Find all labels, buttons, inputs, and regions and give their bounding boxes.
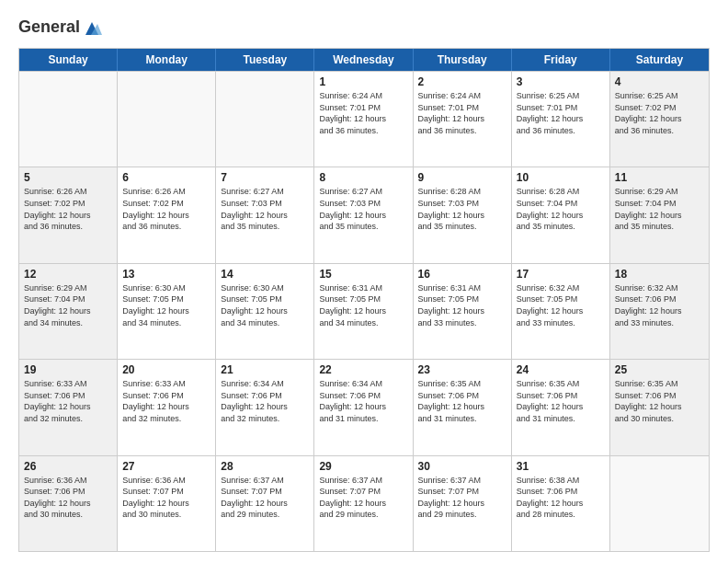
day-info: Sunrise: 6:29 AM Sunset: 7:04 PM Dayligh… (24, 282, 112, 328)
day-info: Sunrise: 6:35 AM Sunset: 7:06 PM Dayligh… (517, 378, 605, 424)
day-number: 18 (615, 268, 704, 281)
day-number: 1 (319, 75, 407, 88)
calendar-cell (19, 72, 118, 167)
calendar-cell: 5Sunrise: 6:26 AM Sunset: 7:02 PM Daylig… (19, 167, 118, 262)
calendar-cell (610, 456, 709, 551)
calendar-cell: 25Sunrise: 6:35 AM Sunset: 7:06 PM Dayli… (610, 360, 709, 454)
day-number: 13 (122, 268, 210, 281)
day-number: 9 (418, 171, 506, 184)
weekday-header: Tuesday (216, 49, 314, 71)
calendar-cell: 27Sunrise: 6:36 AM Sunset: 7:07 PM Dayli… (118, 456, 216, 551)
day-number: 5 (24, 171, 112, 184)
day-info: Sunrise: 6:31 AM Sunset: 7:05 PM Dayligh… (418, 282, 506, 328)
day-info: Sunrise: 6:34 AM Sunset: 7:06 PM Dayligh… (221, 378, 309, 424)
logo-general: General (18, 18, 80, 37)
calendar-cell: 12Sunrise: 6:29 AM Sunset: 7:04 PM Dayli… (19, 264, 118, 359)
day-info: Sunrise: 6:24 AM Sunset: 7:01 PM Dayligh… (418, 90, 506, 136)
day-number: 12 (24, 268, 112, 281)
day-info: Sunrise: 6:34 AM Sunset: 7:06 PM Dayligh… (319, 378, 407, 424)
day-number: 31 (517, 460, 605, 473)
day-info: Sunrise: 6:30 AM Sunset: 7:05 PM Dayligh… (221, 282, 309, 328)
logo-icon (82, 18, 102, 39)
day-info: Sunrise: 6:37 AM Sunset: 7:07 PM Dayligh… (221, 475, 309, 521)
calendar-cell: 24Sunrise: 6:35 AM Sunset: 7:06 PM Dayli… (512, 360, 610, 454)
day-number: 20 (122, 363, 210, 376)
calendar-cell: 14Sunrise: 6:30 AM Sunset: 7:05 PM Dayli… (216, 264, 314, 359)
calendar-cell (118, 72, 216, 167)
day-number: 2 (418, 75, 506, 88)
day-info: Sunrise: 6:32 AM Sunset: 7:06 PM Dayligh… (615, 282, 704, 328)
calendar-cell: 19Sunrise: 6:33 AM Sunset: 7:06 PM Dayli… (19, 360, 118, 454)
day-number: 29 (319, 460, 407, 473)
calendar-week: 5Sunrise: 6:26 AM Sunset: 7:02 PM Daylig… (19, 167, 709, 262)
calendar-week: 26Sunrise: 6:36 AM Sunset: 7:06 PM Dayli… (19, 455, 709, 551)
day-info: Sunrise: 6:27 AM Sunset: 7:03 PM Dayligh… (221, 186, 309, 232)
day-info: Sunrise: 6:33 AM Sunset: 7:06 PM Dayligh… (122, 378, 210, 424)
calendar-cell: 21Sunrise: 6:34 AM Sunset: 7:06 PM Dayli… (216, 360, 314, 454)
calendar-cell: 29Sunrise: 6:37 AM Sunset: 7:07 PM Dayli… (314, 456, 413, 551)
day-info: Sunrise: 6:35 AM Sunset: 7:06 PM Dayligh… (418, 378, 506, 424)
calendar-cell: 28Sunrise: 6:37 AM Sunset: 7:07 PM Dayli… (216, 456, 314, 551)
day-info: Sunrise: 6:37 AM Sunset: 7:07 PM Dayligh… (418, 475, 506, 521)
calendar-cell: 17Sunrise: 6:32 AM Sunset: 7:05 PM Dayli… (512, 264, 610, 359)
day-number: 6 (122, 171, 210, 184)
calendar-header: SundayMondayTuesdayWednesdayThursdayFrid… (19, 49, 709, 71)
calendar-cell: 22Sunrise: 6:34 AM Sunset: 7:06 PM Dayli… (314, 360, 413, 454)
calendar-cell: 6Sunrise: 6:26 AM Sunset: 7:02 PM Daylig… (118, 167, 216, 262)
logo-text: General (18, 18, 80, 37)
day-number: 28 (221, 460, 309, 473)
day-info: Sunrise: 6:28 AM Sunset: 7:03 PM Dayligh… (418, 186, 506, 232)
logo: General (18, 17, 102, 39)
calendar-body: 1Sunrise: 6:24 AM Sunset: 7:01 PM Daylig… (19, 71, 709, 551)
calendar-cell (216, 72, 314, 167)
calendar-cell: 18Sunrise: 6:32 AM Sunset: 7:06 PM Dayli… (610, 264, 709, 359)
calendar-cell: 31Sunrise: 6:38 AM Sunset: 7:06 PM Dayli… (512, 456, 610, 551)
weekday-header: Friday (512, 49, 610, 71)
day-info: Sunrise: 6:29 AM Sunset: 7:04 PM Dayligh… (615, 186, 704, 232)
header: General (18, 17, 710, 39)
calendar-week: 19Sunrise: 6:33 AM Sunset: 7:06 PM Dayli… (19, 359, 709, 454)
day-number: 10 (517, 171, 605, 184)
day-number: 17 (517, 268, 605, 281)
calendar-cell: 1Sunrise: 6:24 AM Sunset: 7:01 PM Daylig… (314, 72, 413, 167)
calendar-cell: 10Sunrise: 6:28 AM Sunset: 7:04 PM Dayli… (512, 167, 610, 262)
calendar-cell: 26Sunrise: 6:36 AM Sunset: 7:06 PM Dayli… (19, 456, 118, 551)
day-info: Sunrise: 6:33 AM Sunset: 7:06 PM Dayligh… (24, 378, 112, 424)
calendar-cell: 7Sunrise: 6:27 AM Sunset: 7:03 PM Daylig… (216, 167, 314, 262)
day-info: Sunrise: 6:27 AM Sunset: 7:03 PM Dayligh… (319, 186, 407, 232)
calendar-cell: 30Sunrise: 6:37 AM Sunset: 7:07 PM Dayli… (414, 456, 512, 551)
day-number: 11 (615, 171, 704, 184)
calendar-cell: 15Sunrise: 6:31 AM Sunset: 7:05 PM Dayli… (314, 264, 413, 359)
weekday-header: Thursday (414, 49, 512, 71)
weekday-header: Saturday (610, 49, 709, 71)
day-number: 24 (517, 363, 605, 376)
day-info: Sunrise: 6:36 AM Sunset: 7:07 PM Dayligh… (122, 475, 210, 521)
day-number: 21 (221, 363, 309, 376)
day-number: 19 (24, 363, 112, 376)
page: General SundayMondayTuesdayWednesdayThur… (0, 0, 728, 563)
day-info: Sunrise: 6:38 AM Sunset: 7:06 PM Dayligh… (517, 475, 605, 521)
day-number: 23 (418, 363, 506, 376)
day-number: 25 (615, 363, 704, 376)
day-info: Sunrise: 6:32 AM Sunset: 7:05 PM Dayligh… (517, 282, 605, 328)
calendar-cell: 20Sunrise: 6:33 AM Sunset: 7:06 PM Dayli… (118, 360, 216, 454)
day-number: 16 (418, 268, 506, 281)
calendar-cell: 11Sunrise: 6:29 AM Sunset: 7:04 PM Dayli… (610, 167, 709, 262)
day-number: 22 (319, 363, 407, 376)
calendar-cell: 3Sunrise: 6:25 AM Sunset: 7:01 PM Daylig… (512, 72, 610, 167)
day-info: Sunrise: 6:28 AM Sunset: 7:04 PM Dayligh… (517, 186, 605, 232)
calendar-cell: 9Sunrise: 6:28 AM Sunset: 7:03 PM Daylig… (414, 167, 512, 262)
day-number: 27 (122, 460, 210, 473)
calendar-cell: 8Sunrise: 6:27 AM Sunset: 7:03 PM Daylig… (314, 167, 413, 262)
day-number: 26 (24, 460, 112, 473)
day-info: Sunrise: 6:25 AM Sunset: 7:01 PM Dayligh… (517, 90, 605, 136)
calendar-cell: 2Sunrise: 6:24 AM Sunset: 7:01 PM Daylig… (414, 72, 512, 167)
weekday-header: Monday (118, 49, 216, 71)
calendar-cell: 16Sunrise: 6:31 AM Sunset: 7:05 PM Dayli… (414, 264, 512, 359)
day-info: Sunrise: 6:37 AM Sunset: 7:07 PM Dayligh… (319, 475, 407, 521)
day-number: 4 (615, 75, 704, 88)
weekday-header: Wednesday (314, 49, 413, 71)
day-number: 15 (319, 268, 407, 281)
day-number: 30 (418, 460, 506, 473)
day-number: 8 (319, 171, 407, 184)
